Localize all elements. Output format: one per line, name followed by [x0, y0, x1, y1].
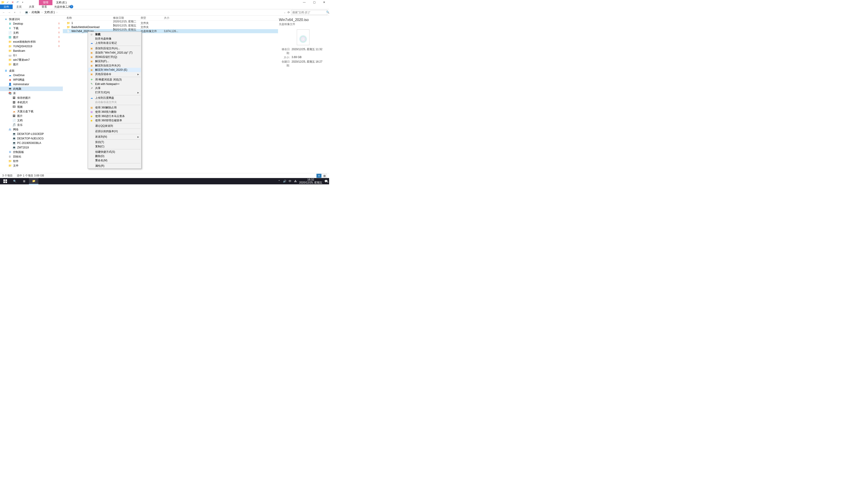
notifications-icon[interactable]: 💬3 — [324, 180, 328, 183]
nav-desktop-root[interactable]: 🖥桌面 — [0, 68, 63, 73]
volume-icon[interactable]: 🔊 — [283, 180, 286, 183]
nav-quick-access[interactable]: ★快速访问 — [0, 17, 63, 22]
context-menu-item[interactable]: 发送到(N)▶ — [88, 135, 141, 139]
search-box[interactable]: 🔍 — [291, 10, 327, 15]
qat-check-icon[interactable]: ✓ — [5, 0, 10, 4]
context-menu-item[interactable]: ↗共享 — [88, 86, 141, 90]
explorer-taskbar-icon[interactable]: 📁 — [29, 178, 38, 184]
context-menu-item[interactable]: 通过QQ发送到 — [88, 124, 141, 128]
nav-net4[interactable]: 💻ZMT2019 — [0, 145, 63, 150]
nav-software[interactable]: 📁软件 — [0, 159, 63, 163]
chevron-right-icon[interactable]: › — [29, 11, 30, 13]
network-icon[interactable]: 🖧 — [293, 180, 297, 183]
nav-excel[interactable]: 📁excel表格制作求和 — [0, 39, 63, 44]
search-button[interactable]: 🔍 — [10, 178, 20, 184]
file-row[interactable]: 📁12020/12/15, 星期二 1...文件夹 — [63, 21, 278, 25]
nav-history-icon[interactable]: ▾ — [13, 10, 17, 14]
nav-libraries[interactable]: 📚库 — [0, 91, 63, 96]
view-icons-button[interactable]: ▦ — [322, 174, 327, 178]
context-menu-item[interactable]: ✎Edit with Notepad++ — [88, 82, 141, 86]
nav-pictures2[interactable]: 📁图片 — [0, 62, 63, 67]
nav-g-drive[interactable]: 🖴G:\ — [0, 53, 63, 58]
chevron-right-icon[interactable]: › — [57, 11, 57, 13]
qat-undo-icon[interactable]: ↶ — [16, 0, 20, 4]
context-menu-item[interactable]: ◉装载 — [88, 32, 141, 37]
help-icon[interactable]: ? — [70, 5, 73, 8]
col-type[interactable]: 类型 — [141, 16, 164, 20]
address-dropdown-icon[interactable]: ⌄ — [284, 11, 286, 13]
ribbon-tab-share[interactable]: 共享 — [25, 4, 38, 9]
tray-overflow-icon[interactable]: ⌃ — [277, 180, 281, 183]
context-menu-item[interactable]: ▣解压到当前文件夹(X) — [88, 64, 141, 68]
context-menu-item[interactable]: 创建快捷方式(S) — [88, 150, 141, 154]
context-menu-item[interactable]: 删除(D) — [88, 154, 141, 158]
search-icon[interactable]: 🔍 — [326, 11, 329, 14]
nav-net2[interactable]: 💻DESKTOP-NJEU3CG — [0, 136, 63, 141]
nav-videos[interactable]: 🎞视频 — [0, 105, 63, 109]
chevron-right-icon[interactable]: › — [41, 11, 42, 13]
context-menu-item[interactable]: ✚用 蜂蜜浏览器 浏览(3) — [88, 77, 141, 82]
ribbon-expand-icon[interactable]: ⌄ — [66, 5, 68, 8]
nav-lib-docs[interactable]: 📄文档 — [0, 118, 63, 123]
start-button[interactable] — [0, 178, 10, 184]
nav-admin[interactable]: 👤Administrator — [0, 82, 63, 87]
breadcrumb-pc[interactable]: 此电脑 — [31, 10, 41, 15]
nav-saved-pics[interactable]: 🖼保存的图片 — [0, 96, 63, 100]
context-menu-item[interactable]: 复制(C) — [88, 144, 141, 149]
nav-onedrive[interactable]: ☁OneDrive — [0, 73, 63, 77]
close-button[interactable]: ✕ — [319, 0, 329, 4]
nav-network[interactable]: 🖧网络 — [0, 127, 63, 132]
nav-yunqishi[interactable]: 📁YUNQISHI2019 — [0, 44, 63, 48]
context-menu-item[interactable]: ▣其他压缩命令▶ — [88, 72, 141, 76]
context-menu-item[interactable]: ▣添加到压缩文件(A)... — [88, 46, 141, 51]
taskbar-clock[interactable]: 16:32 2020/12/25, 星期五 — [299, 178, 322, 184]
col-size[interactable]: 大小 — [164, 16, 178, 20]
nav-documents[interactable]: 📄文档 — [0, 31, 63, 35]
context-menu-item[interactable]: ▣解压到(F)... — [88, 59, 141, 64]
maximize-button[interactable]: ▢ — [309, 0, 319, 4]
nav-recycle[interactable]: 🗑回收站 — [0, 154, 63, 159]
refresh-icon[interactable]: ⟳ — [287, 11, 290, 14]
nav-control-panel[interactable]: ⚙控制面板 — [0, 150, 63, 154]
context-menu-item[interactable]: ▦使用 360解除占用 — [88, 105, 141, 110]
col-name[interactable]: 名称 — [66, 16, 113, 20]
minimize-button[interactable]: — — [299, 0, 309, 4]
nav-forward-button[interactable]: → — [7, 10, 11, 14]
ime-icon[interactable]: 中 — [288, 180, 292, 183]
context-menu-item[interactable]: ▣解压到 Win7x64_2020\ (E) — [88, 68, 141, 72]
context-menu-item[interactable]: 刻录光盘映像 — [88, 37, 141, 41]
nav-up-button[interactable]: ↑ — [18, 10, 22, 14]
breadcrumb-drive[interactable]: 文档 (E:) — [43, 10, 56, 15]
context-menu-item[interactable]: ▣添加到 "Win7x64_2020.zip" (T) — [88, 51, 141, 55]
col-date[interactable]: 修改日期 — [113, 16, 141, 20]
search-input[interactable] — [292, 11, 326, 14]
nav-files[interactable]: 📁文件 — [0, 163, 63, 168]
context-menu-item[interactable]: ◉使用 360进行木马云查杀 — [88, 114, 141, 119]
context-menu-item[interactable]: 还原以前的版本(V) — [88, 129, 141, 133]
file-row[interactable]: 📁BaiduNetdiskDownload2020/12/25, 星期五 1..… — [63, 25, 278, 29]
nav-lib-music[interactable]: 🎵音乐 — [0, 123, 63, 127]
nav-thispc[interactable]: 💻此电脑 — [0, 87, 63, 91]
nav-lib-pics[interactable]: 🖼图片 — [0, 113, 63, 118]
breadcrumb[interactable]: 💻 › 此电脑 › 文档 (E:) › — [24, 10, 283, 15]
nav-net3[interactable]: 💻PC-20190530OBLA — [0, 141, 63, 145]
ribbon-tab-file[interactable]: 文件 — [0, 4, 13, 9]
nav-bandicam[interactable]: 📁Bandicam — [0, 48, 63, 53]
qat-dropdown-icon[interactable]: ▾ — [20, 0, 25, 4]
task-view-button[interactable]: ⊞ — [20, 178, 29, 184]
qat-delete-icon[interactable]: ✕ — [10, 0, 15, 4]
ribbon-tab-home[interactable]: 主页 — [13, 4, 25, 9]
nav-back-button[interactable]: ← — [2, 10, 6, 14]
nav-wps[interactable]: ◆WPS网盘 — [0, 77, 63, 82]
context-menu-item[interactable]: ☁上传到有道云笔记 — [88, 41, 141, 45]
nav-pictures[interactable]: 🖼图片 — [0, 35, 63, 39]
nav-win7reinstall[interactable]: 📁win7重装win7 — [0, 58, 63, 62]
context-menu-item[interactable]: 属性(R) — [88, 164, 141, 168]
nav-desktop[interactable]: 🖥Desktop — [0, 22, 63, 26]
nav-downloads[interactable]: ⬇下载 — [0, 26, 63, 31]
nav-net1[interactable]: 💻DESKTOP-LSSOEDP — [0, 132, 63, 136]
context-menu-item[interactable]: ▦使用 360强力删除 — [88, 110, 141, 114]
context-menu-item[interactable]: ☁上传到百度网盘 — [88, 96, 141, 100]
context-menu-item[interactable]: 重命名(M) — [88, 158, 141, 163]
context-menu-item[interactable]: ▣用360压缩打开(Q) — [88, 55, 141, 59]
